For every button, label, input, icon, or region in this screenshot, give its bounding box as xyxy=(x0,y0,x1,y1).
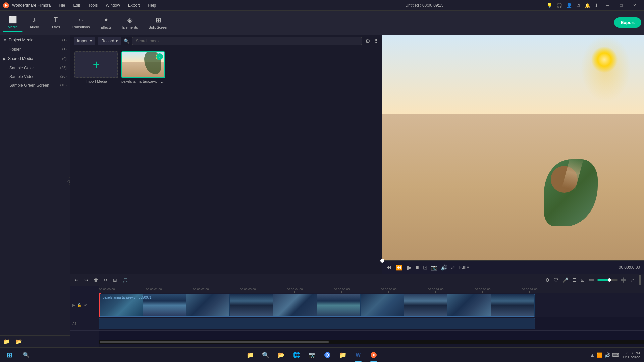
taskbar-app-chrome[interactable] xyxy=(320,348,335,362)
taskbar-clock[interactable]: 3:57 PM 09/01/2022 xyxy=(622,351,640,359)
split-button[interactable]: ⊟ xyxy=(111,276,119,284)
align-icon[interactable]: ☰ xyxy=(571,276,578,284)
toolbar-titles[interactable]: T Titles xyxy=(46,14,66,31)
hide-icon[interactable]: 👁 xyxy=(84,303,88,307)
minimize-button[interactable]: ─ xyxy=(601,0,614,11)
toolbar-audio[interactable]: ♪ Audio xyxy=(24,14,44,31)
start-button[interactable]: ⊞ xyxy=(0,348,19,362)
video-track[interactable]: pexels-anna-tarazevich-5550071 xyxy=(99,293,644,317)
toolbar-effects[interactable]: ✦ Effects xyxy=(96,14,116,32)
audio-edit-button[interactable]: 🎵 xyxy=(121,276,130,284)
cut-button[interactable]: ✂ xyxy=(102,276,109,284)
sidebar-item-sample-color[interactable]: Sample Color (25) xyxy=(0,64,70,72)
toolbar-elements[interactable]: ◈ Elements xyxy=(118,14,143,32)
toolbar-splitscreen[interactable]: ⊞ Split Screen xyxy=(144,14,173,32)
sidebar-item-project-media[interactable]: ▼ Project Media (1) xyxy=(0,35,70,45)
menu-window[interactable]: Window xyxy=(104,2,121,8)
taskbar-app-search[interactable]: 🔍 xyxy=(258,348,273,362)
maximize-button[interactable]: □ xyxy=(614,0,628,11)
menu-edit[interactable]: Edit xyxy=(72,2,82,8)
toolbar-titles-label: Titles xyxy=(51,25,60,29)
redo-button[interactable]: ↪ xyxy=(83,276,90,284)
video-clip[interactable]: pexels-anna-tarazevich-5550071 xyxy=(99,294,535,317)
keyboard-icon[interactable]: ⌨ xyxy=(612,352,619,358)
bell-icon[interactable]: 🔔 xyxy=(585,3,590,8)
pip-icon[interactable]: ⊡ xyxy=(580,276,586,284)
toolbar-splitscreen-label: Split Screen xyxy=(149,25,168,29)
sidebar-item-sample-green[interactable]: Sample Green Screen (10) xyxy=(0,81,70,90)
monitor-icon[interactable]: 🖥 xyxy=(576,3,581,8)
zoom-thumb[interactable] xyxy=(608,278,611,282)
seekbar-thumb[interactable] xyxy=(380,259,384,263)
menu-help[interactable]: Help xyxy=(147,2,158,8)
taskbar-app-icons: 📁 🔍 📂 🌐 📷 📁 W xyxy=(34,348,590,362)
lock-icon[interactable]: 🔒 xyxy=(77,303,82,307)
taskbar-app-explorer[interactable]: 📁 xyxy=(243,348,258,362)
timeline-scroll[interactable] xyxy=(99,340,644,344)
snapshot-icon[interactable]: 📷 xyxy=(431,264,437,271)
search-input[interactable] xyxy=(132,37,362,45)
taskbar-app-camera[interactable]: 📷 xyxy=(305,348,319,362)
zoom-control[interactable] xyxy=(597,279,618,281)
taskbar-app-filmora[interactable] xyxy=(366,348,381,362)
screen-layout-icon[interactable]: ⊡ xyxy=(423,264,427,271)
toolbar-transitions[interactable]: ↔ Transitions xyxy=(67,14,94,31)
zoom-in-icon[interactable]: ➕ xyxy=(620,276,627,284)
export-button[interactable]: Export xyxy=(614,17,641,28)
menu-tools[interactable]: Tools xyxy=(87,2,99,8)
delete-button[interactable]: 🗑 xyxy=(92,276,100,284)
prev-frame-button[interactable]: ⏪ xyxy=(396,264,402,271)
taskbar-app-files2[interactable]: 📁 xyxy=(335,348,350,362)
transitions-icon: ↔ xyxy=(77,16,84,24)
shield-icon[interactable]: 🛡 xyxy=(553,276,559,284)
sidebar-item-folder[interactable]: Folder (1) xyxy=(0,45,70,54)
undo-button[interactable]: ↩ xyxy=(73,276,80,284)
fullscreen-timeline-icon[interactable]: ⤢ xyxy=(629,276,635,284)
play-button[interactable]: ▶ xyxy=(407,263,412,272)
menu-export[interactable]: Export xyxy=(127,2,141,8)
video-media-item[interactable]: ✓ pexels-anna-tarazevich-6... xyxy=(121,51,165,83)
settings-icon[interactable]: ⚙ xyxy=(544,276,551,284)
fullscreen-icon[interactable]: ⤢ xyxy=(451,264,455,271)
taskbar-app-files[interactable]: 📂 xyxy=(274,348,288,362)
timeline-scrollbar[interactable] xyxy=(100,341,329,343)
record-button[interactable]: Record ▾ xyxy=(98,37,121,45)
headphones-icon[interactable]: 🎧 xyxy=(556,3,562,8)
filter-icon[interactable]: ⚙ xyxy=(365,37,371,45)
video-thumb[interactable]: ✓ xyxy=(121,51,165,78)
network-icon[interactable]: 📶 xyxy=(597,352,602,358)
toolbar-media[interactable]: ⬜ Media xyxy=(3,14,23,32)
mic-icon[interactable]: 🎤 xyxy=(561,276,569,284)
preview-seekbar[interactable] xyxy=(382,260,644,261)
audio-clip[interactable] xyxy=(99,318,535,329)
zoom-slider[interactable] xyxy=(597,279,618,281)
add-folder-icon[interactable]: 📁 xyxy=(3,338,10,345)
skip-back-button[interactable]: ⏮ xyxy=(386,264,392,270)
taskbar-app-word[interactable]: W xyxy=(351,348,366,362)
sample-video-label: Sample Video xyxy=(9,74,35,79)
tray-expand-icon[interactable]: ▲ xyxy=(590,352,595,358)
stop-button[interactable]: ■ xyxy=(416,264,419,270)
video-track-expand-icon[interactable]: ▶ xyxy=(72,303,75,307)
menu-file[interactable]: File xyxy=(57,2,66,8)
import-media-item[interactable]: + Import Media xyxy=(74,51,118,83)
grid-view-icon[interactable]: ⠿ xyxy=(373,37,379,45)
playhead[interactable] xyxy=(99,293,100,317)
filmstrip-frame xyxy=(404,294,448,316)
new-folder-icon[interactable]: 📂 xyxy=(15,338,22,345)
sidebar-item-shared-media[interactable]: ▶ Shared Media (0) xyxy=(0,54,70,64)
volume-icon[interactable]: 🔊 xyxy=(441,264,447,271)
import-button[interactable]: Import ▾ xyxy=(74,37,95,45)
close-button[interactable]: ✕ xyxy=(628,0,641,11)
timeline-tracks[interactable]: pexels-anna-tarazevich-5550071 xyxy=(99,293,644,347)
import-media-thumb[interactable]: + xyxy=(74,51,118,78)
sidebar-item-sample-video[interactable]: Sample Video (20) xyxy=(0,72,70,81)
quality-selector[interactable]: Full ▾ xyxy=(459,265,469,270)
taskbar-search-button[interactable]: 🔍 xyxy=(19,348,34,362)
download-icon[interactable]: ⬇ xyxy=(594,3,598,8)
taskbar-app-browser1[interactable]: 🌐 xyxy=(289,348,304,362)
volume-sys-icon[interactable]: 🔊 xyxy=(604,352,610,358)
profile-icon[interactable]: 👤 xyxy=(566,3,572,8)
zoom-out-icon[interactable]: ➖ xyxy=(588,276,595,284)
bulb-icon[interactable]: 💡 xyxy=(547,3,552,8)
